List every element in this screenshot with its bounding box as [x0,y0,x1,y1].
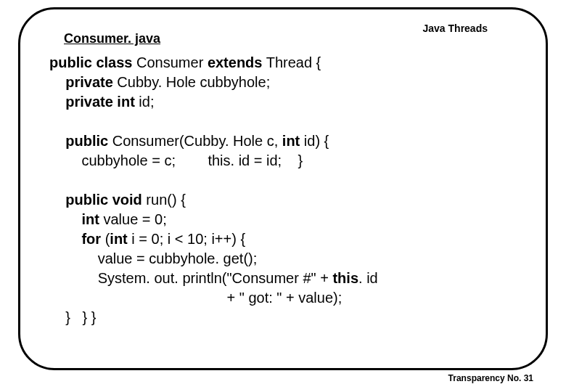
code-text: Cubby. Hole cubbyhole; [113,74,270,90]
code-text: id) { [300,133,329,149]
code-text: System. out. println("Consumer #" + [49,270,332,286]
slide-number: Transparency No. 31 [448,373,533,383]
code-text: } } } [49,309,97,325]
slide-frame: Java Threads Consumer. java public class… [18,7,548,370]
code-text: i = 0; i < 10; i++) { [128,231,245,247]
kw-private-int: private int [49,94,135,110]
kw-int: int [49,211,99,227]
code-text: Thread { [262,54,321,70]
code-block: public class Consumer extends Thread { p… [49,53,517,327]
slide-title: Consumer. java [64,31,160,46]
code-text: cubbyhole = c; this. id = id; } [49,152,303,168]
kw-public-void: public void [49,192,142,208]
topic-header: Java Threads [423,23,488,34]
kw-int: int [110,231,127,247]
kw-extends: extends [208,54,263,70]
code-text: . id [358,270,378,286]
kw-public-class: public class [49,54,133,70]
code-text: Consumer(Cubby. Hole c, [108,133,282,149]
code-text: value = cubbyhole. get(); [49,250,257,266]
kw-this: this [332,270,358,286]
code-text: + " got: " + value); [49,290,342,306]
code-text: id; [135,94,155,110]
kw-public: public [49,133,108,149]
kw-int: int [282,133,300,149]
code-text: value = 0; [99,211,167,227]
kw-for: for [49,231,101,247]
code-text: Consumer [133,54,208,70]
code-text: run() { [142,192,186,208]
code-text: ( [101,231,110,247]
kw-private: private [49,74,113,90]
